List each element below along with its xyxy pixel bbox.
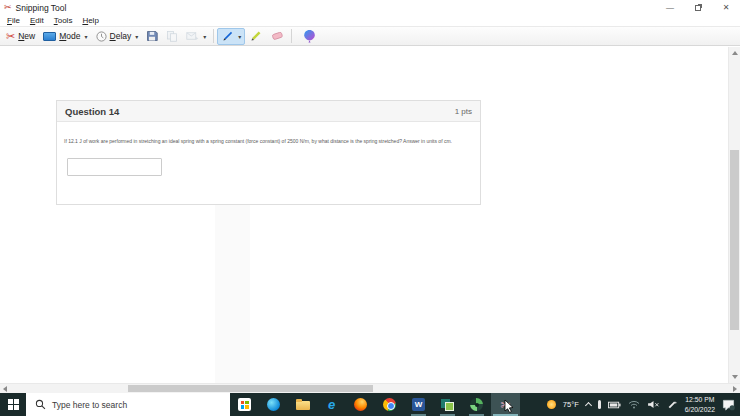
scroll-left-button[interactable]	[0, 384, 10, 393]
chrome-icon	[383, 398, 396, 411]
menu-edit[interactable]: Edit	[25, 16, 49, 25]
tray-chevron-up-icon[interactable]	[585, 402, 592, 409]
delay-dropdown-icon[interactable]: ▾	[135, 33, 138, 40]
tray-temperature[interactable]: 75°F	[563, 400, 579, 409]
tray-pen-icon[interactable]	[598, 400, 601, 409]
send-dropdown-icon[interactable]: ▾	[203, 33, 206, 40]
scroll-down-icon	[732, 375, 738, 379]
menu-tools[interactable]: Tools	[49, 16, 78, 25]
battery-icon[interactable]	[608, 401, 621, 409]
toolbar-separator	[213, 29, 214, 43]
scroll-up-icon	[732, 51, 738, 55]
volume-muted-icon[interactable]	[647, 400, 660, 409]
mode-icon	[43, 32, 56, 41]
restore-icon	[695, 5, 701, 11]
snipping-tool-app-icon: ✂	[4, 3, 12, 12]
send-snip-button: ▾	[182, 28, 210, 44]
start-button[interactable]	[0, 393, 26, 416]
close-button[interactable]: ✕	[712, 0, 740, 15]
word-icon: W	[412, 398, 425, 411]
eraser-button[interactable]	[266, 28, 288, 44]
mode-button[interactable]: Mode ▾	[39, 29, 91, 43]
taskbar-app-microsoft-store-icon[interactable]	[230, 393, 259, 416]
title-bar: ✂ Snipping Tool — ✕	[0, 0, 740, 15]
ink-workspace-icon[interactable]	[667, 399, 678, 410]
horizontal-scrollbar-thumb[interactable]	[128, 385, 373, 392]
pen-button[interactable]: ▾	[217, 28, 245, 45]
edge-icon	[267, 398, 280, 411]
captured-background-band	[215, 205, 250, 383]
pen-dropdown-icon[interactable]: ▾	[238, 33, 241, 40]
wifi-icon[interactable]	[628, 400, 640, 409]
weather-sun-icon[interactable]	[547, 400, 556, 409]
question-card-header: Question 14 1 pts	[57, 101, 480, 122]
scroll-down-button[interactable]	[729, 371, 740, 383]
recorder-icon	[470, 398, 483, 411]
scroll-up-button[interactable]	[729, 47, 740, 59]
answer-input-box	[67, 158, 162, 176]
mouse-cursor	[504, 399, 515, 413]
window-title: Snipping Tool	[16, 3, 67, 13]
save-button[interactable]	[142, 28, 162, 44]
windows-logo-icon	[8, 399, 19, 410]
eraser-icon	[270, 30, 284, 42]
delay-button[interactable]: Delay ▾	[92, 29, 143, 44]
scroll-right-icon	[733, 386, 737, 392]
taskbar-app-internet-explorer-icon[interactable]: e	[317, 393, 346, 416]
new-label: New	[18, 31, 35, 41]
question-points: 1 pts	[455, 107, 472, 116]
pen-icon	[221, 30, 234, 43]
restore-button[interactable]	[684, 0, 712, 15]
new-scissors-icon: ✂	[6, 31, 15, 42]
notification-center-icon[interactable]	[722, 399, 735, 411]
vertical-scrollbar[interactable]	[728, 47, 740, 383]
search-icon	[35, 399, 46, 410]
save-icon	[146, 30, 158, 42]
toolbar-separator	[291, 29, 292, 43]
taskbar-app-chrome-icon[interactable]	[375, 393, 404, 416]
question-card-body: If 12.1 J of work are performed in stret…	[57, 122, 480, 176]
system-tray: 75°F 12:50 PM 6/2	[547, 393, 740, 416]
search-placeholder: Type here to search	[52, 400, 127, 410]
taskbar-apps: e W ✂	[230, 393, 520, 416]
highlighter-icon	[249, 30, 262, 43]
snip-canvas[interactable]: Question 14 1 pts If 12.1 J of work are …	[0, 47, 728, 383]
copy-icon	[166, 30, 178, 42]
question-text: If 12.1 J of work are performed in stret…	[64, 135, 480, 147]
screen: ✂ Snipping Tool — ✕ File Edit Tools Help…	[0, 0, 740, 416]
menu-help[interactable]: Help	[77, 16, 103, 25]
scroll-left-icon	[3, 386, 7, 392]
vertical-scrollbar-thumb[interactable]	[730, 150, 739, 330]
taskbar-app-recorder-icon[interactable]	[462, 393, 491, 416]
tray-clock[interactable]: 12:50 PM 6/20/2022	[685, 395, 715, 413]
clock-icon	[96, 31, 107, 42]
snip-sketch-balloon-icon[interactable]	[299, 27, 320, 46]
taskbar-app-sticky-notes-icon[interactable]	[433, 393, 462, 416]
balloon-icon	[303, 29, 316, 44]
question-title: Question 14	[65, 106, 119, 117]
internet-explorer-icon: e	[328, 398, 335, 411]
folder-icon	[296, 401, 310, 410]
taskbar-app-file-explorer-icon[interactable]	[288, 393, 317, 416]
scroll-right-button[interactable]	[730, 384, 740, 393]
taskbar-search[interactable]: Type here to search	[26, 393, 230, 416]
tray-date: 6/20/2022	[685, 405, 715, 414]
taskbar-app-firefox-icon[interactable]	[346, 393, 375, 416]
mode-dropdown-icon[interactable]: ▾	[85, 33, 88, 40]
sticky-notes-icon	[441, 398, 455, 412]
mode-label: Mode	[59, 31, 80, 41]
window-controls: — ✕	[656, 0, 740, 15]
toolbar: ✂ New Mode ▾ Delay ▾	[0, 26, 740, 46]
new-button[interactable]: ✂ New	[2, 29, 39, 44]
minimize-button[interactable]: —	[656, 0, 684, 15]
menu-file[interactable]: File	[2, 16, 25, 25]
horizontal-scrollbar[interactable]	[0, 383, 740, 393]
microsoft-logo-icon	[238, 398, 251, 411]
taskbar-app-word-icon[interactable]: W	[404, 393, 433, 416]
taskbar-app-edge-icon[interactable]	[259, 393, 288, 416]
email-icon	[186, 30, 199, 42]
taskbar: Type here to search e W	[0, 393, 740, 416]
highlighter-button[interactable]	[245, 28, 266, 45]
menu-bar: File Edit Tools Help	[0, 15, 740, 26]
question-card: Question 14 1 pts If 12.1 J of work are …	[56, 100, 481, 205]
